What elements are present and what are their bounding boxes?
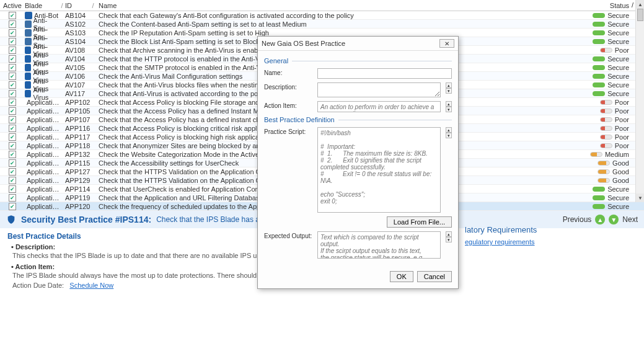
previous-label[interactable]: Previous — [563, 215, 592, 224]
table-row[interactable]: Anti-BotAB104Check that each Gateway's A… — [0, 11, 644, 20]
active-checkbox[interactable] — [9, 12, 16, 19]
practice-script-input[interactable] — [317, 127, 441, 213]
schedule-now-link[interactable]: Schedule Now — [69, 282, 113, 289]
active-checkbox[interactable] — [9, 133, 16, 141]
status-text: Secure — [607, 12, 629, 19]
active-checkbox[interactable] — [9, 99, 16, 106]
status-pill — [600, 48, 612, 53]
active-checkbox[interactable] — [9, 55, 16, 63]
status-pill — [598, 178, 610, 183]
scroll-thumb[interactable] — [637, 9, 643, 21]
active-checkbox[interactable] — [9, 159, 16, 167]
scroll-up-icon[interactable]: ▲ — [636, 0, 644, 9]
regulatory-link[interactable]: egulatory requirements — [465, 238, 535, 246]
general-section: General — [264, 57, 452, 64]
spin-down-icon[interactable]: ▾ — [446, 88, 452, 94]
expected-output-input[interactable] — [317, 231, 441, 259]
regulatory-heading: latory Requirements — [465, 225, 537, 234]
action-item-label: Action Item: — [15, 263, 55, 270]
active-checkbox[interactable] — [9, 73, 16, 80]
spin-down-icon[interactable]: ▾ — [446, 107, 452, 112]
status-text: Good — [612, 168, 629, 176]
active-checkbox[interactable] — [9, 107, 16, 115]
spin-up-icon[interactable]: ▴ — [446, 127, 452, 133]
banner-title: Security Best Practice #IPS114: — [21, 215, 151, 224]
previous-button[interactable]: ▲ — [595, 215, 605, 224]
active-checkbox[interactable] — [9, 185, 16, 193]
status-pill — [593, 195, 605, 200]
status-pill — [593, 82, 605, 87]
col-header-status[interactable]: Status — [588, 2, 632, 9]
col-sep: / — [90, 2, 96, 9]
active-checkbox[interactable] — [9, 20, 16, 28]
active-checkbox[interactable] — [9, 81, 16, 89]
expected-output-label: Expected Output: — [264, 231, 312, 239]
active-checkbox[interactable] — [9, 142, 16, 149]
row-id: AV107 — [65, 81, 90, 89]
status-pill — [593, 91, 605, 96]
status-pill — [600, 117, 612, 122]
active-checkbox[interactable] — [9, 151, 16, 158]
cancel-button[interactable]: Cancel — [417, 271, 452, 282]
active-checkbox[interactable] — [9, 64, 16, 71]
status-pill — [593, 56, 605, 61]
row-id: APP115 — [65, 159, 90, 167]
active-checkbox[interactable] — [9, 116, 16, 123]
status-pill — [600, 100, 612, 105]
next-button[interactable]: ▼ — [609, 215, 619, 224]
status-pill — [593, 65, 605, 70]
grid-header: Active Blade / ID / Name Status / ▴ — [0, 0, 644, 11]
status-text: Secure — [607, 20, 629, 28]
row-id: AS104 — [65, 38, 90, 45]
name-input[interactable] — [317, 68, 452, 79]
blade-name: Applicati… — [27, 194, 60, 202]
active-checkbox[interactable] — [9, 177, 16, 184]
table-row[interactable]: Anti-Sp…AS102Check the Content-based Ant… — [0, 20, 644, 29]
dialog-close-button[interactable]: ✕ — [439, 39, 454, 48]
active-checkbox[interactable] — [9, 194, 16, 202]
status-pill — [600, 126, 612, 131]
row-name: Check the IP Reputation Anti-Spam settin… — [96, 29, 588, 37]
scroll-down-icon[interactable]: ▼ — [636, 193, 644, 202]
row-id: AV117 — [65, 90, 90, 97]
spin-down-icon[interactable]: ▾ — [446, 237, 452, 242]
next-label[interactable]: Next — [622, 215, 638, 224]
load-from-file-button[interactable]: Load From File... — [387, 216, 452, 228]
status-pill — [590, 152, 602, 157]
status-pill — [593, 187, 605, 192]
blade-icon — [25, 90, 31, 97]
status-text: Poor — [615, 47, 629, 54]
spin-up-icon[interactable]: ▴ — [446, 231, 452, 237]
row-id: APP107 — [65, 116, 90, 123]
spin-up-icon[interactable]: ▴ — [446, 101, 452, 107]
active-checkbox[interactable] — [9, 90, 16, 97]
blade-name: Applicati… — [27, 116, 60, 123]
active-checkbox[interactable] — [9, 38, 16, 45]
col-header-blade[interactable]: Blade — [25, 2, 59, 9]
grid-scrollbar[interactable]: ▲ ▼ — [635, 0, 644, 202]
col-header-active[interactable]: Active — [0, 2, 25, 9]
status-pill — [593, 39, 605, 44]
active-checkbox[interactable] — [9, 125, 16, 132]
status-text: Secure — [607, 38, 629, 45]
spin-down-icon[interactable]: ▾ — [446, 133, 452, 138]
active-checkbox[interactable] — [9, 47, 16, 54]
status-text: Secure — [607, 73, 629, 80]
row-id: AV106 — [65, 73, 90, 80]
status-text: Secure — [607, 81, 629, 89]
status-text: Poor — [615, 99, 629, 106]
col-header-name[interactable]: Name — [96, 2, 588, 9]
row-id: APP129 — [65, 177, 90, 184]
action-item-input[interactable] — [317, 101, 441, 112]
spin-up-icon[interactable]: ▴ — [446, 82, 452, 88]
col-header-id[interactable]: ID — [65, 2, 90, 9]
active-checkbox[interactable] — [9, 168, 16, 176]
active-checkbox[interactable] — [9, 29, 16, 37]
status-text: Secure — [607, 194, 629, 202]
status-text: Secure — [607, 90, 629, 97]
ok-button[interactable]: OK — [390, 271, 413, 282]
status-pill — [600, 135, 612, 140]
active-checkbox[interactable] — [9, 203, 16, 210]
row-id: AB104 — [65, 12, 90, 19]
description-input[interactable] — [317, 82, 441, 97]
